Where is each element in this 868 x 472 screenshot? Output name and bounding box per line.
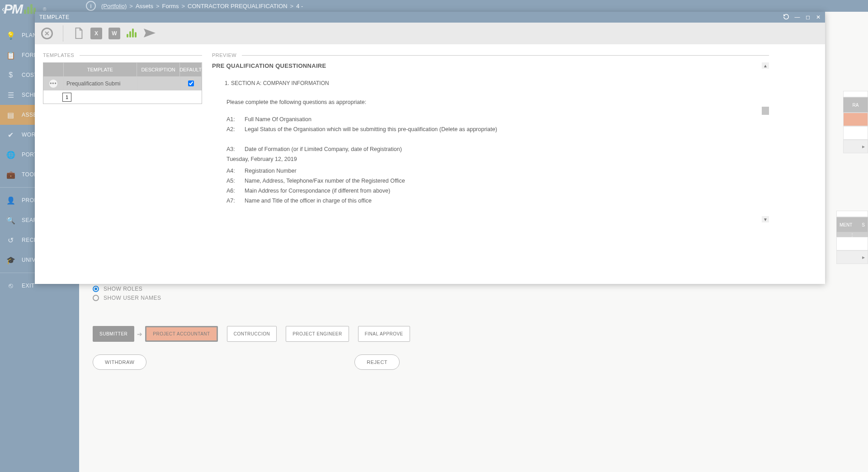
question-row: A1: Full Name Of Organisation [226,116,769,123]
breadcrumb-forms[interactable]: Forms [162,3,179,9]
maximize-icon[interactable]: ◻ [806,14,811,20]
modal-titlebar: TEMPLATE — ◻ ✕ [35,12,825,23]
show-roles-option[interactable]: SHOW ROLES [93,286,410,292]
question-text: Registration Number [245,168,769,174]
clipboard-icon: 📋 [6,51,15,60]
table-header-label: S [862,222,865,227]
row-menu-button[interactable]: ••• [49,79,58,88]
word-icon[interactable]: W [108,28,120,39]
breadcrumb-record: 4 - [296,3,303,9]
brand-export-icon[interactable] [127,28,137,39]
globe-icon: 🌐 [6,151,15,159]
refresh-icon[interactable] [783,14,789,21]
preview-panel: PREVIEW ▲ ▼ PRE QUALIFICATION QUESTIONNA… [212,52,817,276]
preview-header: PREVIEW [212,52,769,58]
preview-scroll-up[interactable]: ▲ [762,62,769,69]
send-icon[interactable] [144,28,156,39]
preview-scroll-thumb[interactable] [762,107,769,115]
check-icon: ✔ [6,131,15,139]
breadcrumb-portfolio[interactable]: (Portfolio) [101,3,127,9]
workflow-area: SHOW ROLES SHOW USER NAMES SUBMITTER ➔ P… [93,283,410,370]
withdraw-button[interactable]: WITHDRAW [93,354,146,370]
excel-icon[interactable]: X [90,28,102,39]
preview-intro: Please complete the following questions … [226,99,769,105]
row-template-name: Prequalification Submi [64,77,137,90]
step-label: FINAL APPROVE [365,331,403,336]
header-line [242,55,769,56]
templates-pager [43,90,202,104]
bg-table-1: RA ▸ [843,91,868,153]
templates-table: TEMPLATE DESCRIPTION DEFAULT ••• Prequal… [43,62,202,104]
table-row [836,237,868,250]
reject-button[interactable]: REJECT [354,354,400,370]
bars-icon: ☰ [6,91,15,99]
templates-panel: TEMPLATES TEMPLATE DESCRIPTION DEFAULT •… [43,52,202,276]
search-icon: 🔍 [6,216,15,225]
question-row: A3: Date of Formation (or if Limited Com… [226,146,769,152]
question-row: A2: Legal Status of the Organisation whi… [226,126,769,132]
header-line [80,55,202,56]
breadcrumb-separator: > [129,3,133,9]
workflow-step-engineer[interactable]: PROJECT ENGINEER [286,326,349,342]
th-actions [43,63,64,76]
workflow-step-submitter[interactable]: SUBMITTER [93,326,134,342]
breadcrumb-separator: > [290,3,294,9]
default-checkbox[interactable] [188,80,194,86]
templates-header-label: TEMPLATES [43,52,74,58]
question-key: A4: [226,168,245,174]
breadcrumb-formtype[interactable]: CONTRACTOR PREQUALIFICATION [188,3,288,9]
preview-header-label: PREVIEW [212,52,236,58]
question-text: Main Address for Correspondance (if diff… [245,188,769,194]
radio-label: SHOW USER NAMES [104,295,161,301]
radio-checked-icon [93,286,99,292]
exit-icon: ⎋ [6,282,15,290]
table-scroll-right[interactable]: ▸ [836,250,868,264]
modal-title: TEMPLATE [39,14,69,20]
table-row[interactable]: ••• Prequalification Submi [43,76,202,90]
workflow-step-accountant[interactable]: PROJECT ACCOUNTANT [145,326,217,342]
question-row: A7: Name and Title of the officer in cha… [226,198,769,204]
question-key: A2: [226,126,245,132]
nav-label: EXIT [22,283,35,289]
dollar-icon: $ [6,71,15,79]
question-key: A1: [226,116,245,123]
table-header: RA [843,97,868,113]
table-header-label: RA [853,103,859,108]
workflow-steps: SUBMITTER ➔ PROJECT ACCOUNTANT CONTRUCCI… [93,326,410,342]
row-default [180,77,202,90]
workflow-step-approve[interactable]: FINAL APPROVE [358,326,410,342]
cancel-button[interactable]: ✕ [41,28,53,39]
logo-text: PM [4,1,22,17]
th-default[interactable]: DEFAULT [180,63,202,76]
preview-scroll-down[interactable]: ▼ [762,216,769,222]
modal-toolbar: ✕ X W [35,23,825,44]
page-number-input[interactable] [62,93,71,102]
pdf-icon[interactable] [73,28,84,39]
bg-table-2: MENT S ⋮ ▸ [836,211,868,264]
minimize-icon[interactable]: — [795,14,801,20]
person-icon: 👤 [6,196,15,205]
section-title: SECTION A: COMPANY INFORMATION [231,80,329,86]
templates-header: TEMPLATES [43,52,202,58]
info-icon[interactable]: i [86,1,96,11]
question-key: A6: [226,188,245,194]
question-text: Date of Formation (or if Limited Company… [245,146,769,152]
table-row [843,126,868,140]
table-header-menu[interactable]: ⋮ [836,232,868,237]
show-users-option[interactable]: SHOW USER NAMES [93,295,410,301]
preview-document: ▲ ▼ PRE QUALIFICATION QUESTIONNAIRE 1. S… [212,62,769,208]
lightbulb-icon: 💡 [6,31,15,40]
breadcrumb-separator: > [156,3,160,9]
th-description[interactable]: DESCRIPTION [137,63,180,76]
step-label: CONTRUCCION [234,331,270,336]
th-template[interactable]: TEMPLATE [64,63,137,76]
question-text: Name, Address, Telephone/Fax number of t… [245,178,769,184]
close-icon[interactable]: ✕ [816,14,821,20]
modal-body: TEMPLATES TEMPLATE DESCRIPTION DEFAULT •… [35,44,825,284]
table-scroll-right[interactable]: ▸ [843,140,868,153]
table-row [843,91,868,97]
breadcrumb-assets[interactable]: Assets [136,3,153,9]
question-text: Full Name Of Organisation [245,116,769,123]
step-label: SUBMITTER [99,331,127,336]
workflow-step-construction[interactable]: CONTRUCCION [227,326,277,342]
